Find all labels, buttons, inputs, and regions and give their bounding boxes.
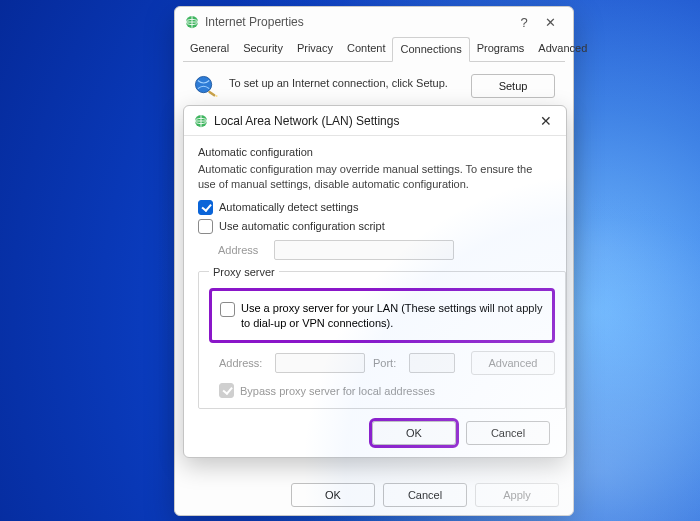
use-proxy-label: Use a proxy server for your LAN (These s…	[241, 301, 544, 331]
tab-strip: General Security Privacy Content Connect…	[183, 37, 565, 62]
auto-address-label: Address	[218, 244, 266, 256]
auto-script-checkbox[interactable]	[198, 219, 213, 234]
ip-ok-button[interactable]: OK	[291, 483, 375, 507]
auto-script-label: Use automatic configuration script	[219, 220, 385, 232]
globe-wand-icon	[193, 74, 219, 100]
use-proxy-highlight: Use a proxy server for your LAN (These s…	[209, 288, 555, 344]
auto-config-heading: Automatic configuration	[198, 146, 552, 158]
proxy-address-row: Address: Port: Advanced	[219, 351, 555, 375]
ip-apply-button: Apply	[475, 483, 559, 507]
tab-security[interactable]: Security	[236, 37, 290, 61]
ip-cancel-button[interactable]: Cancel	[383, 483, 467, 507]
tab-programs[interactable]: Programs	[470, 37, 532, 61]
tab-advanced[interactable]: Advanced	[531, 37, 594, 61]
lan-ok-button[interactable]: OK	[372, 421, 456, 445]
lan-close-button[interactable]: ✕	[536, 113, 556, 129]
lan-settings-dialog: Local Area Network (LAN) Settings ✕ Auto…	[183, 105, 567, 458]
lan-window-title: Local Area Network (LAN) Settings	[214, 114, 399, 128]
window-title: Internet Properties	[205, 15, 304, 29]
ip-footer: OK Cancel Apply	[291, 483, 559, 507]
lan-titlebar: Local Area Network (LAN) Settings ✕	[184, 106, 566, 136]
auto-script-address-row: Address	[218, 240, 552, 260]
setup-row: To set up an Internet connection, click …	[175, 62, 573, 106]
svg-point-5	[216, 95, 218, 97]
proxy-port-label: Port:	[373, 357, 401, 369]
help-button[interactable]: ?	[511, 15, 537, 30]
tab-connections[interactable]: Connections	[392, 37, 469, 62]
auto-detect-checkbox[interactable]	[198, 200, 213, 215]
auto-detect-label: Automatically detect settings	[219, 201, 358, 213]
tab-content[interactable]: Content	[340, 37, 393, 61]
close-button[interactable]: ✕	[537, 15, 563, 30]
internet-properties-window: Internet Properties ? ✕ General Security…	[174, 6, 574, 516]
proxy-advanced-button: Advanced	[471, 351, 555, 375]
auto-config-desc: Automatic configuration may override man…	[198, 162, 552, 192]
lan-footer: OK Cancel	[184, 417, 566, 447]
tab-general[interactable]: General	[183, 37, 236, 61]
lan-cancel-button[interactable]: Cancel	[466, 421, 550, 445]
auto-script-row[interactable]: Use automatic configuration script	[198, 219, 552, 234]
setup-text: To set up an Internet connection, click …	[229, 74, 461, 91]
auto-detect-row[interactable]: Automatically detect settings	[198, 200, 552, 215]
setup-button[interactable]: Setup	[471, 74, 555, 98]
bypass-checkbox	[219, 383, 234, 398]
internet-options-icon	[194, 114, 208, 128]
proxy-heading: Proxy server	[209, 266, 279, 278]
titlebar: Internet Properties ? ✕	[175, 7, 573, 37]
bypass-row: Bypass proxy server for local addresses	[219, 383, 555, 398]
use-proxy-row[interactable]: Use a proxy server for your LAN (These s…	[220, 301, 544, 331]
bypass-label: Bypass proxy server for local addresses	[240, 385, 435, 397]
auto-address-input	[274, 240, 454, 260]
auto-config-group: Automatic configuration Automatic config…	[198, 146, 552, 260]
proxy-group: Proxy server Use a proxy server for your…	[198, 266, 566, 410]
use-proxy-checkbox[interactable]	[220, 302, 235, 317]
proxy-address-input	[275, 353, 365, 373]
svg-rect-4	[208, 90, 216, 97]
internet-options-icon	[185, 15, 199, 29]
proxy-address-label: Address:	[219, 357, 267, 369]
tab-privacy[interactable]: Privacy	[290, 37, 340, 61]
proxy-port-input	[409, 353, 455, 373]
